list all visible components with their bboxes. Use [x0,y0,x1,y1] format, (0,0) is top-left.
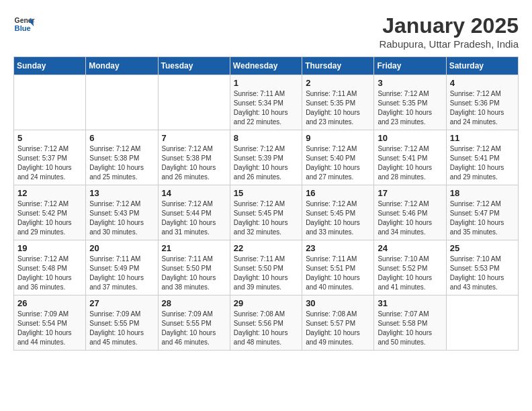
day-info: Sunrise: 7:09 AM Sunset: 5:55 PM Dayligh… [162,310,226,347]
calendar-cell: 26Sunrise: 7:09 AM Sunset: 5:54 PM Dayli… [14,295,86,351]
week-row-4: 19Sunrise: 7:12 AM Sunset: 5:48 PM Dayli… [14,240,519,295]
day-info: Sunrise: 7:12 AM Sunset: 5:41 PM Dayligh… [378,144,442,182]
day-number: 4 [450,78,515,88]
main-title: January 2025 [379,13,519,38]
day-info: Sunrise: 7:12 AM Sunset: 5:44 PM Dayligh… [162,199,226,237]
day-number: 25 [450,243,515,253]
calendar-cell: 15Sunrise: 7:12 AM Sunset: 5:45 PM Dayli… [230,185,302,240]
day-info: Sunrise: 7:12 AM Sunset: 5:43 PM Dayligh… [89,199,154,237]
calendar-cell: 25Sunrise: 7:10 AM Sunset: 5:53 PM Dayli… [446,240,518,295]
day-number: 28 [162,298,226,308]
day-number: 29 [234,298,298,308]
day-info: Sunrise: 7:12 AM Sunset: 5:38 PM Dayligh… [89,144,154,182]
weekday-row: SundayMondayTuesdayWednesdayThursdayFrid… [14,57,519,75]
day-number: 18 [450,188,515,198]
calendar-cell: 28Sunrise: 7:09 AM Sunset: 5:55 PM Dayli… [158,295,230,351]
calendar-cell: 2Sunrise: 7:11 AM Sunset: 5:35 PM Daylig… [302,75,374,130]
calendar-cell: 9Sunrise: 7:12 AM Sunset: 5:40 PM Daylig… [302,130,374,185]
calendar-cell: 6Sunrise: 7:12 AM Sunset: 5:38 PM Daylig… [86,130,158,185]
day-info: Sunrise: 7:12 AM Sunset: 5:41 PM Dayligh… [450,144,515,182]
page-header: General Blue January 2025 Rabupura, Utta… [13,13,519,50]
calendar-cell [158,75,230,130]
day-number: 22 [234,243,298,253]
weekday-header-saturday: Saturday [446,57,518,75]
week-row-5: 26Sunrise: 7:09 AM Sunset: 5:54 PM Dayli… [14,295,519,351]
day-number: 5 [17,133,82,143]
day-info: Sunrise: 7:12 AM Sunset: 5:38 PM Dayligh… [162,144,226,182]
week-row-2: 5Sunrise: 7:12 AM Sunset: 5:37 PM Daylig… [14,130,519,185]
day-info: Sunrise: 7:08 AM Sunset: 5:56 PM Dayligh… [234,310,298,347]
calendar-cell: 23Sunrise: 7:11 AM Sunset: 5:51 PM Dayli… [302,240,374,295]
calendar-cell: 20Sunrise: 7:11 AM Sunset: 5:49 PM Dayli… [86,240,158,295]
day-number: 3 [378,78,442,88]
weekday-header-thursday: Thursday [302,57,374,75]
calendar-header: SundayMondayTuesdayWednesdayThursdayFrid… [14,57,519,75]
day-info: Sunrise: 7:12 AM Sunset: 5:36 PM Dayligh… [450,89,515,127]
day-number: 30 [306,298,370,308]
day-number: 2 [306,78,370,88]
calendar-table: SundayMondayTuesdayWednesdayThursdayFrid… [13,56,519,351]
day-number: 26 [17,298,82,308]
day-number: 19 [17,243,82,253]
day-number: 27 [89,298,154,308]
calendar-cell: 31Sunrise: 7:07 AM Sunset: 5:58 PM Dayli… [374,295,446,351]
calendar-cell: 7Sunrise: 7:12 AM Sunset: 5:38 PM Daylig… [158,130,230,185]
day-number: 12 [17,188,82,198]
day-info: Sunrise: 7:11 AM Sunset: 5:49 PM Dayligh… [89,255,154,292]
day-info: Sunrise: 7:11 AM Sunset: 5:35 PM Dayligh… [306,89,370,127]
day-info: Sunrise: 7:12 AM Sunset: 5:47 PM Dayligh… [450,199,515,237]
day-number: 31 [378,298,442,308]
calendar-body: 1Sunrise: 7:11 AM Sunset: 5:34 PM Daylig… [14,75,519,351]
day-info: Sunrise: 7:12 AM Sunset: 5:48 PM Dayligh… [17,255,82,292]
day-number: 1 [234,78,298,88]
calendar-cell: 29Sunrise: 7:08 AM Sunset: 5:56 PM Dayli… [230,295,302,351]
title-block: January 2025 Rabupura, Uttar Pradesh, In… [379,13,519,50]
day-number: 7 [162,133,226,143]
day-number: 10 [378,133,442,143]
svg-text:Blue: Blue [15,24,31,32]
day-number: 15 [234,188,298,198]
calendar-cell: 30Sunrise: 7:08 AM Sunset: 5:57 PM Dayli… [302,295,374,351]
day-info: Sunrise: 7:11 AM Sunset: 5:34 PM Dayligh… [234,89,298,127]
day-info: Sunrise: 7:12 AM Sunset: 5:42 PM Dayligh… [17,199,82,237]
logo-icon: General Blue [13,13,35,35]
day-number: 11 [450,133,515,143]
subtitle: Rabupura, Uttar Pradesh, India [379,38,519,50]
day-info: Sunrise: 7:07 AM Sunset: 5:58 PM Dayligh… [378,310,442,347]
week-row-1: 1Sunrise: 7:11 AM Sunset: 5:34 PM Daylig… [14,75,519,130]
weekday-header-sunday: Sunday [14,57,86,75]
day-info: Sunrise: 7:10 AM Sunset: 5:52 PM Dayligh… [378,255,442,292]
logo: General Blue [13,13,35,35]
calendar-cell: 1Sunrise: 7:11 AM Sunset: 5:34 PM Daylig… [230,75,302,130]
calendar-cell: 14Sunrise: 7:12 AM Sunset: 5:44 PM Dayli… [158,185,230,240]
calendar-cell [86,75,158,130]
calendar-cell: 16Sunrise: 7:12 AM Sunset: 5:45 PM Dayli… [302,185,374,240]
calendar-cell: 3Sunrise: 7:12 AM Sunset: 5:35 PM Daylig… [374,75,446,130]
day-number: 20 [89,243,154,253]
weekday-header-monday: Monday [86,57,158,75]
calendar-cell: 12Sunrise: 7:12 AM Sunset: 5:42 PM Dayli… [14,185,86,240]
weekday-header-wednesday: Wednesday [230,57,302,75]
day-info: Sunrise: 7:11 AM Sunset: 5:50 PM Dayligh… [234,255,298,292]
calendar-cell: 24Sunrise: 7:10 AM Sunset: 5:52 PM Dayli… [374,240,446,295]
day-number: 14 [162,188,226,198]
day-info: Sunrise: 7:12 AM Sunset: 5:45 PM Dayligh… [306,199,370,237]
day-info: Sunrise: 7:12 AM Sunset: 5:46 PM Dayligh… [378,199,442,237]
day-info: Sunrise: 7:09 AM Sunset: 5:55 PM Dayligh… [89,310,154,347]
day-number: 16 [306,188,370,198]
day-number: 13 [89,188,154,198]
calendar-cell: 5Sunrise: 7:12 AM Sunset: 5:37 PM Daylig… [14,130,86,185]
calendar-cell [14,75,86,130]
day-number: 23 [306,243,370,253]
day-info: Sunrise: 7:10 AM Sunset: 5:53 PM Dayligh… [450,255,515,292]
day-info: Sunrise: 7:12 AM Sunset: 5:40 PM Dayligh… [306,144,370,182]
day-info: Sunrise: 7:12 AM Sunset: 5:45 PM Dayligh… [234,199,298,237]
day-info: Sunrise: 7:09 AM Sunset: 5:54 PM Dayligh… [17,310,82,347]
calendar-cell [446,295,518,351]
day-info: Sunrise: 7:12 AM Sunset: 5:35 PM Dayligh… [378,89,442,127]
day-number: 24 [378,243,442,253]
day-number: 21 [162,243,226,253]
day-info: Sunrise: 7:12 AM Sunset: 5:37 PM Dayligh… [17,144,82,182]
calendar-cell: 27Sunrise: 7:09 AM Sunset: 5:55 PM Dayli… [86,295,158,351]
day-number: 6 [89,133,154,143]
